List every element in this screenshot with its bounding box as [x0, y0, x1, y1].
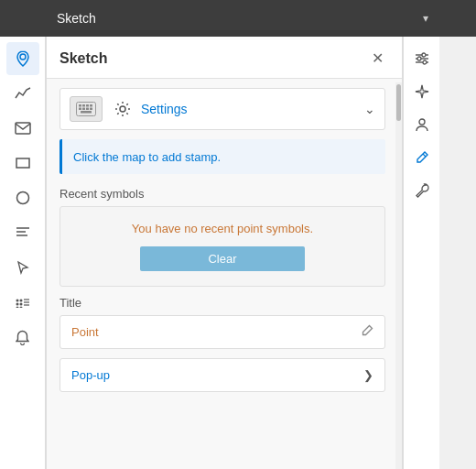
title-section: Title Point: [60, 296, 385, 349]
svg-point-7: [16, 300, 18, 302]
popup-label: Pop-up: [71, 368, 363, 382]
svg-point-10: [19, 303, 22, 306]
title-edit-icon: [361, 324, 373, 340]
right-sidebar-sparkle[interactable]: [407, 77, 437, 106]
popup-chevron-icon: ❯: [363, 368, 373, 382]
svg-point-30: [422, 53, 426, 57]
svg-rect-21: [79, 108, 81, 111]
right-sidebar-sliders[interactable]: [407, 44, 437, 73]
sidebar-item-text[interactable]: [6, 216, 39, 249]
svg-point-12: [19, 307, 22, 309]
sidebar-item-circle[interactable]: [6, 181, 39, 214]
panel-title: Sketch: [60, 50, 107, 67]
svg-point-3: [16, 192, 28, 204]
topbar-chevron: ▾: [423, 12, 428, 25]
svg-rect-24: [90, 108, 92, 111]
clear-button[interactable]: Clear: [140, 246, 305, 271]
recent-symbols-title: Recent symbols: [60, 187, 385, 201]
right-sidebar: [403, 37, 439, 469]
settings-row[interactable]: Settings ⌄: [60, 88, 385, 130]
top-bar: Sketch ▾: [0, 0, 476, 37]
svg-point-9: [16, 303, 18, 306]
panel-body: Settings ⌄ Click the map to add stamp. R…: [47, 79, 402, 469]
svg-rect-1: [16, 123, 30, 134]
svg-point-33: [419, 119, 425, 125]
panel-header: Sketch ✕: [47, 37, 402, 79]
info-banner-text: Click the map to add stamp.: [73, 150, 221, 164]
svg-rect-19: [86, 104, 89, 107]
recent-symbols-section: Recent symbols You have no recent point …: [60, 183, 385, 287]
recent-symbols-box: You have no recent point symbols. Clear: [60, 206, 385, 287]
svg-point-0: [20, 54, 26, 60]
svg-line-34: [423, 154, 426, 157]
settings-label: Settings: [141, 102, 364, 116]
sidebar-item-mail[interactable]: [6, 112, 39, 145]
svg-point-32: [423, 60, 427, 64]
sidebar-item-bell[interactable]: [6, 321, 39, 354]
svg-rect-25: [81, 111, 92, 114]
svg-rect-20: [90, 104, 92, 107]
svg-rect-17: [79, 104, 81, 107]
sidebar-item-rectangle[interactable]: [6, 147, 39, 180]
svg-rect-23: [86, 108, 89, 111]
title-label: Title: [60, 296, 385, 310]
svg-point-8: [19, 300, 22, 302]
info-banner: Click the map to add stamp.: [60, 139, 385, 174]
svg-point-26: [120, 106, 125, 112]
gear-icon: [112, 98, 134, 120]
svg-rect-18: [82, 104, 85, 107]
keyboard-icon: [70, 96, 103, 122]
no-symbols-text: You have no recent point symbols.: [132, 222, 313, 235]
title-field-row[interactable]: Point: [60, 315, 385, 349]
svg-rect-22: [82, 108, 85, 111]
right-sidebar-edit[interactable]: [407, 143, 437, 172]
topbar-title: Sketch: [57, 11, 423, 26]
sidebar-item-location[interactable]: [6, 42, 39, 75]
svg-point-11: [16, 307, 18, 309]
right-sidebar-person[interactable]: [407, 110, 437, 139]
sketch-panel: Sketch ✕: [46, 37, 403, 469]
svg-point-31: [417, 57, 421, 60]
sidebar-item-cursor[interactable]: [6, 251, 39, 284]
title-field-value: Point: [71, 325, 361, 339]
sidebar-item-dots[interactable]: [6, 286, 39, 319]
right-sidebar-wrench[interactable]: [407, 176, 437, 205]
sidebar-item-chart[interactable]: [6, 77, 39, 110]
svg-rect-2: [16, 158, 29, 168]
popup-row[interactable]: Pop-up ❯: [60, 358, 385, 392]
settings-chevron-icon: ⌄: [364, 102, 375, 116]
panel-close-button[interactable]: ✕: [366, 48, 389, 69]
